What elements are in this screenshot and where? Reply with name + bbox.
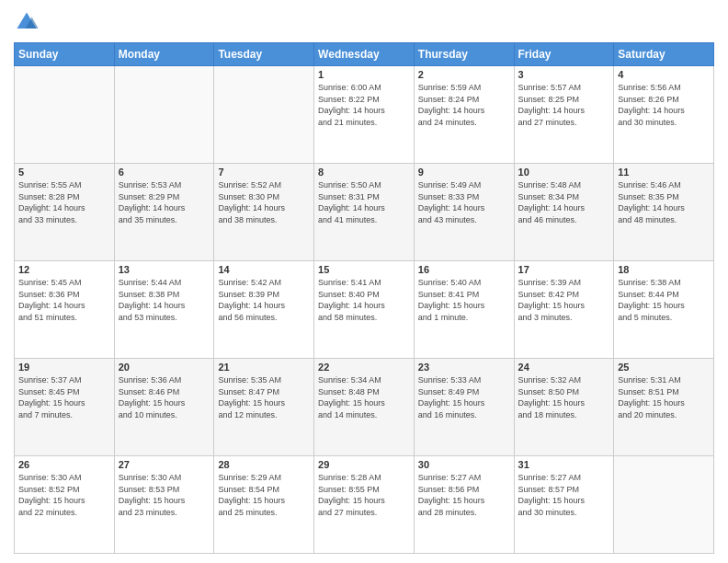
day-info: Sunrise: 5:56 AMSunset: 8:26 PMDaylight:… [618,82,710,128]
day-number: 9 [418,167,510,178]
day-info: Sunrise: 5:53 AMSunset: 8:29 PMDaylight:… [119,179,210,225]
day-number: 13 [119,264,210,275]
calendar-cell: 20Sunrise: 5:36 AMSunset: 8:46 PMDayligh… [114,359,214,456]
calendar-cell: 28Sunrise: 5:29 AMSunset: 8:54 PMDayligh… [214,456,314,554]
calendar-cell: 5Sunrise: 5:55 AMSunset: 8:28 PMDaylight… [15,164,115,261]
calendar-cell: 16Sunrise: 5:40 AMSunset: 8:41 PMDayligh… [414,261,514,359]
day-info: Sunrise: 5:34 AMSunset: 8:48 PMDaylight:… [318,374,410,420]
calendar-cell: 22Sunrise: 5:34 AMSunset: 8:48 PMDayligh… [314,359,415,456]
calendar-cell [614,456,714,554]
day-number: 29 [318,459,410,470]
logo-icon [14,9,40,35]
calendar-cell: 14Sunrise: 5:42 AMSunset: 8:39 PMDayligh… [214,261,314,359]
day-info: Sunrise: 5:38 AMSunset: 8:44 PMDaylight:… [618,277,710,323]
day-info: Sunrise: 5:44 AMSunset: 8:38 PMDaylight:… [119,277,210,323]
day-header-sunday: Sunday [15,43,115,66]
day-number: 15 [318,264,410,275]
day-info: Sunrise: 5:27 AMSunset: 8:56 PMDaylight:… [418,472,510,518]
day-info: Sunrise: 5:32 AMSunset: 8:50 PMDaylight:… [518,374,610,420]
day-number: 2 [418,69,510,80]
day-header-thursday: Thursday [414,43,514,66]
calendar-cell: 8Sunrise: 5:50 AMSunset: 8:31 PMDaylight… [314,164,415,261]
day-info: Sunrise: 5:30 AMSunset: 8:52 PMDaylight:… [18,472,110,518]
calendar-cell: 7Sunrise: 5:52 AMSunset: 8:30 PMDaylight… [214,164,314,261]
day-header-wednesday: Wednesday [314,43,415,66]
day-number: 31 [518,459,610,470]
calendar-week-row: 1Sunrise: 6:00 AMSunset: 8:22 PMDaylight… [15,66,714,164]
day-number: 11 [618,167,710,178]
day-info: Sunrise: 5:52 AMSunset: 8:30 PMDaylight:… [218,179,310,225]
calendar-table: SundayMondayTuesdayWednesdayThursdayFrid… [14,42,714,554]
day-info: Sunrise: 5:59 AMSunset: 8:24 PMDaylight:… [418,82,510,128]
day-number: 14 [218,264,310,275]
calendar-cell: 3Sunrise: 5:57 AMSunset: 8:25 PMDaylight… [514,66,614,164]
day-info: Sunrise: 5:57 AMSunset: 8:25 PMDaylight:… [518,82,610,128]
day-number: 17 [518,264,610,275]
day-info: Sunrise: 5:36 AMSunset: 8:46 PMDaylight:… [119,374,210,420]
day-number: 18 [618,264,710,275]
day-number: 12 [18,264,110,275]
day-header-monday: Monday [114,43,214,66]
day-header-friday: Friday [514,43,614,66]
day-number: 7 [218,167,310,178]
calendar-cell: 4Sunrise: 5:56 AMSunset: 8:26 PMDaylight… [614,66,714,164]
day-number: 28 [218,459,310,470]
calendar-cell: 21Sunrise: 5:35 AMSunset: 8:47 PMDayligh… [214,359,314,456]
day-info: Sunrise: 5:45 AMSunset: 8:36 PMDaylight:… [18,277,110,323]
day-info: Sunrise: 5:42 AMSunset: 8:39 PMDaylight:… [218,277,310,323]
calendar-cell [15,66,115,164]
day-number: 27 [119,459,210,470]
header [14,9,714,35]
day-info: Sunrise: 5:41 AMSunset: 8:40 PMDaylight:… [318,277,410,323]
calendar-week-row: 19Sunrise: 5:37 AMSunset: 8:45 PMDayligh… [15,359,714,456]
day-info: Sunrise: 5:30 AMSunset: 8:53 PMDaylight:… [119,472,210,518]
logo [14,9,43,35]
day-info: Sunrise: 5:35 AMSunset: 8:47 PMDaylight:… [218,374,310,420]
day-info: Sunrise: 5:33 AMSunset: 8:49 PMDaylight:… [418,374,510,420]
day-number: 10 [518,167,610,178]
calendar-cell: 25Sunrise: 5:31 AMSunset: 8:51 PMDayligh… [614,359,714,456]
day-info: Sunrise: 6:00 AMSunset: 8:22 PMDaylight:… [318,82,410,128]
calendar-cell [114,66,214,164]
calendar-cell: 10Sunrise: 5:48 AMSunset: 8:34 PMDayligh… [514,164,614,261]
day-number: 16 [418,264,510,275]
calendar-cell: 31Sunrise: 5:27 AMSunset: 8:57 PMDayligh… [514,456,614,554]
calendar-cell: 18Sunrise: 5:38 AMSunset: 8:44 PMDayligh… [614,261,714,359]
day-number: 3 [518,69,610,80]
day-info: Sunrise: 5:49 AMSunset: 8:33 PMDaylight:… [418,179,510,225]
day-number: 19 [18,362,110,373]
calendar-cell [214,66,314,164]
day-number: 5 [18,167,110,178]
day-number: 26 [18,459,110,470]
calendar-week-row: 12Sunrise: 5:45 AMSunset: 8:36 PMDayligh… [15,261,714,359]
day-header-tuesday: Tuesday [214,43,314,66]
calendar-cell: 9Sunrise: 5:49 AMSunset: 8:33 PMDaylight… [414,164,514,261]
day-number: 6 [119,167,210,178]
calendar-cell: 24Sunrise: 5:32 AMSunset: 8:50 PMDayligh… [514,359,614,456]
calendar-cell: 23Sunrise: 5:33 AMSunset: 8:49 PMDayligh… [414,359,514,456]
day-info: Sunrise: 5:55 AMSunset: 8:28 PMDaylight:… [18,179,110,225]
day-number: 25 [618,362,710,373]
day-number: 22 [318,362,410,373]
day-info: Sunrise: 5:48 AMSunset: 8:34 PMDaylight:… [518,179,610,225]
calendar-week-row: 26Sunrise: 5:30 AMSunset: 8:52 PMDayligh… [15,456,714,554]
calendar-cell: 6Sunrise: 5:53 AMSunset: 8:29 PMDaylight… [114,164,214,261]
calendar-cell: 17Sunrise: 5:39 AMSunset: 8:42 PMDayligh… [514,261,614,359]
day-info: Sunrise: 5:31 AMSunset: 8:51 PMDaylight:… [618,374,710,420]
day-info: Sunrise: 5:29 AMSunset: 8:54 PMDaylight:… [218,472,310,518]
calendar-cell: 1Sunrise: 6:00 AMSunset: 8:22 PMDaylight… [314,66,415,164]
day-info: Sunrise: 5:27 AMSunset: 8:57 PMDaylight:… [518,472,610,518]
page: SundayMondayTuesdayWednesdayThursdayFrid… [0,0,728,563]
day-info: Sunrise: 5:40 AMSunset: 8:41 PMDaylight:… [418,277,510,323]
calendar-cell: 15Sunrise: 5:41 AMSunset: 8:40 PMDayligh… [314,261,415,359]
day-number: 20 [119,362,210,373]
calendar-cell: 29Sunrise: 5:28 AMSunset: 8:55 PMDayligh… [314,456,415,554]
day-number: 24 [518,362,610,373]
day-number: 4 [618,69,710,80]
calendar-week-row: 5Sunrise: 5:55 AMSunset: 8:28 PMDaylight… [15,164,714,261]
calendar-cell: 13Sunrise: 5:44 AMSunset: 8:38 PMDayligh… [114,261,214,359]
calendar-cell: 30Sunrise: 5:27 AMSunset: 8:56 PMDayligh… [414,456,514,554]
day-info: Sunrise: 5:50 AMSunset: 8:31 PMDaylight:… [318,179,410,225]
day-number: 21 [218,362,310,373]
calendar-cell: 19Sunrise: 5:37 AMSunset: 8:45 PMDayligh… [15,359,115,456]
